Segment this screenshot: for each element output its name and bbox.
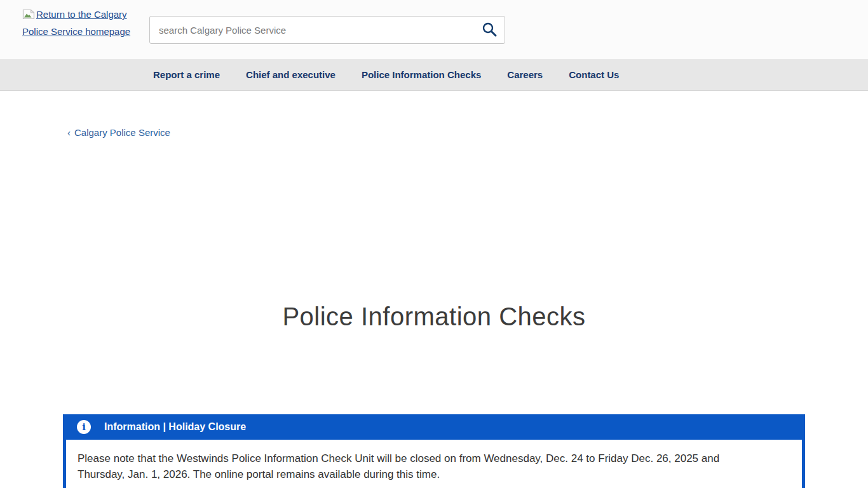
info-circle-icon: i (77, 420, 91, 434)
main-navigation: Report a crime Chief and executive Polic… (0, 59, 868, 91)
breadcrumb-label: Calgary Police Service (74, 127, 170, 138)
broken-image-icon (22, 9, 35, 24)
site-search (149, 16, 505, 44)
alert-body: Please note that the Westwinds Police In… (63, 440, 805, 488)
main-navigation-inner: Report a crime Chief and executive Polic… (63, 59, 805, 90)
homepage-logo-link[interactable]: Return to the Calgary Police Service hom… (22, 7, 133, 39)
search-icon (481, 21, 498, 39)
alert-header: i Information | Holiday Closure (63, 414, 805, 440)
main-content: ‹Calgary Police Service Police Informati… (63, 91, 805, 488)
homepage-logo-link-text: Return to the Calgary Police Service hom… (22, 9, 130, 37)
search-button[interactable] (477, 19, 501, 41)
breadcrumb[interactable]: ‹Calgary Police Service (67, 127, 170, 138)
alert-title: Information | Holiday Closure (104, 421, 246, 433)
nav-item-police-info-checks[interactable]: Police Information Checks (362, 69, 481, 80)
page-title: Police Information Checks (63, 302, 805, 331)
breadcrumb-chevron-icon: ‹ (67, 127, 71, 138)
search-input[interactable] (149, 16, 505, 44)
alert-message: Please note that the Westwinds Police In… (78, 451, 764, 482)
holiday-closure-alert: i Information | Holiday Closure Please n… (63, 414, 805, 488)
nav-item-chief-executive[interactable]: Chief and executive (246, 69, 336, 80)
nav-item-report-a-crime[interactable]: Report a crime (153, 69, 220, 80)
site-header: Return to the Calgary Police Service hom… (0, 0, 868, 59)
nav-item-contact-us[interactable]: Contact Us (569, 69, 619, 80)
nav-item-careers[interactable]: Careers (507, 69, 543, 80)
